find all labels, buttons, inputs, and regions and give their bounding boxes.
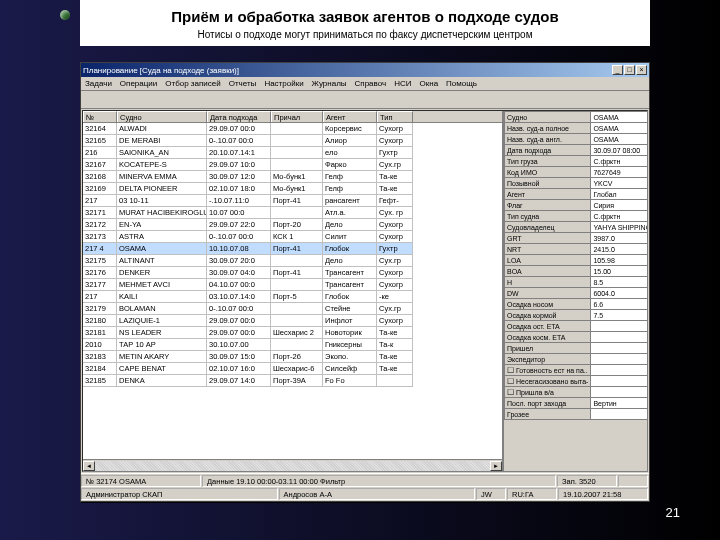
col-header-4[interactable]: Агент: [323, 111, 377, 122]
col-header-1[interactable]: Судно: [117, 111, 207, 122]
detail-row: СудноOSAMA: [505, 112, 648, 123]
cell: BOLAMAN: [117, 303, 207, 315]
detail-value[interactable]: [591, 376, 647, 387]
detail-value[interactable]: 105.98: [591, 255, 647, 266]
table-row[interactable]: 32172EN-YA29.09.07 22:0Порт-20ДелоСухогр: [83, 219, 502, 231]
maximize-button[interactable]: □: [624, 65, 635, 75]
table-row[interactable]: 32165DE MERABI0-.10.07 00:0АлиорСухогр: [83, 135, 502, 147]
tool-btn-1[interactable]: [83, 92, 101, 107]
table-row[interactable]: 32179BOLAMAN0-.10.07 00:0СтейнеСух.гр: [83, 303, 502, 315]
table-row[interactable]: 32173ASTRA0-.10.07 00:0КСК 1СилитСухогр: [83, 231, 502, 243]
detail-value[interactable]: 8.5: [591, 277, 647, 288]
tool-btn-11[interactable]: [629, 92, 647, 107]
detail-row: Назв. суд-а полноеOSAMA: [505, 123, 648, 134]
detail-value[interactable]: [591, 387, 647, 398]
tool-btn-6[interactable]: [534, 92, 552, 107]
detail-value[interactable]: [591, 321, 647, 332]
tool-btn-9[interactable]: [591, 92, 609, 107]
col-header-0[interactable]: №: [83, 111, 117, 122]
table-row[interactable]: 32167KOCATEPE-S29.09.07 10:0ФаркоСух.гр: [83, 159, 502, 171]
detail-value[interactable]: YAHYA SHIPPING: [591, 222, 647, 233]
scroll-left-icon[interactable]: ◄: [83, 461, 95, 471]
menu-6[interactable]: Справоч: [355, 79, 387, 88]
col-header-5[interactable]: Тип: [377, 111, 413, 122]
menu-9[interactable]: Помощь: [446, 79, 477, 88]
detail-value[interactable]: OSAMA: [591, 134, 647, 145]
detail-value[interactable]: [591, 409, 647, 420]
cell: 0-.10.07 00:0: [207, 135, 271, 147]
tool-btn-7[interactable]: [553, 92, 571, 107]
tool-btn-10[interactable]: [610, 92, 628, 107]
cell: Экопо.: [323, 351, 377, 363]
scroll-track[interactable]: [95, 461, 490, 471]
table-row[interactable]: 217KAILI03.10.07.14:0Порт-5Глобок-ке: [83, 291, 502, 303]
menu-8[interactable]: Окна: [419, 79, 438, 88]
table-row[interactable]: 32168MINERVA EMMA30.09.07 12:0Мо-бунк1Ге…: [83, 171, 502, 183]
menu-3[interactable]: Отчеты: [229, 79, 257, 88]
detail-value[interactable]: [591, 343, 647, 354]
detail-value[interactable]: Сирия: [591, 200, 647, 211]
detail-value[interactable]: 3987.0: [591, 233, 647, 244]
detail-value[interactable]: 7627649: [591, 167, 647, 178]
close-button[interactable]: ×: [636, 65, 647, 75]
cell: Сух.гр: [377, 303, 413, 315]
cell: ело: [323, 147, 377, 159]
details-pane: СудноOSAMAНазв. суд-а полноеOSAMAНазв. с…: [502, 111, 647, 471]
table-row[interactable]: 32185DENKA29.09.07 14:0Порт-39АFo Fo: [83, 375, 502, 387]
detail-value[interactable]: 30.09.07 08:00: [591, 145, 647, 156]
status-record: № 32174 OSAMA: [81, 475, 201, 487]
table-row[interactable]: 21703 10-11-.10.07.11:0Порт-41рансагентГ…: [83, 195, 502, 207]
table-row[interactable]: 32175ALTINANT30.09.07 20:0ДелоСух.гр: [83, 255, 502, 267]
grid[interactable]: №СудноДата подходаПричалАгентТип 32164AL…: [83, 111, 502, 471]
menu-0[interactable]: Задачи: [85, 79, 112, 88]
detail-value[interactable]: [591, 354, 647, 365]
table-row[interactable]: 32171MURAT HACIBEKIROGLU210.07 00:0Атл.а…: [83, 207, 502, 219]
detail-value[interactable]: Вертин: [591, 398, 647, 409]
grid-body[interactable]: 32164ALWADI29.09.07 00:0КорсервисСухогр3…: [83, 123, 502, 459]
col-header-2[interactable]: Дата подхода: [207, 111, 271, 122]
detail-value[interactable]: OSAMA: [591, 112, 647, 123]
tool-btn-5[interactable]: [159, 92, 177, 107]
detail-value[interactable]: 6004.0: [591, 288, 647, 299]
detail-value[interactable]: С.фрктн: [591, 156, 647, 167]
detail-value[interactable]: 7.5: [591, 310, 647, 321]
cell: KOCATEPE-S: [117, 159, 207, 171]
cell: 32183: [83, 351, 117, 363]
tool-btn-8[interactable]: [572, 92, 590, 107]
menu-2[interactable]: Отбор записей: [165, 79, 220, 88]
col-header-3[interactable]: Причал: [271, 111, 323, 122]
detail-value[interactable]: 15.00: [591, 266, 647, 277]
detail-value[interactable]: [591, 332, 647, 343]
menu-1[interactable]: Операции: [120, 79, 157, 88]
menu-4[interactable]: Настройки: [264, 79, 303, 88]
detail-value[interactable]: С.фрктн: [591, 211, 647, 222]
scroll-right-icon[interactable]: ►: [490, 461, 502, 471]
detail-value[interactable]: 6.6: [591, 299, 647, 310]
table-row[interactable]: 32169DELTA PIONEER02.10.07 18:0Мо-бунк1Г…: [83, 183, 502, 195]
h-scrollbar[interactable]: ◄ ►: [83, 459, 502, 471]
table-row[interactable]: 216SAIONIKA_AN20.10.07.14:1елоГухтр: [83, 147, 502, 159]
table-row[interactable]: 32177MEHMET AVCI04.10.07 00:0ТрансагентС…: [83, 279, 502, 291]
tool-btn-4[interactable]: [140, 92, 158, 107]
detail-row: Назв. суд-а англ.OSAMA: [505, 134, 648, 145]
menu-7[interactable]: НСИ: [394, 79, 411, 88]
table-row[interactable]: 32164ALWADI29.09.07 00:0КорсервисСухогр: [83, 123, 502, 135]
table-row[interactable]: 32176DENKER30.09.07 04:0Порт-41Трансаген…: [83, 267, 502, 279]
table-row[interactable]: 32180LAZIQUIE-129.09.07 00:0ИнфлотСухогр: [83, 315, 502, 327]
table-row[interactable]: 32184CAPE BENAT02.10.07 16:0Шесхарис-6Си…: [83, 363, 502, 375]
detail-value[interactable]: Глобал: [591, 189, 647, 200]
cell: 32181: [83, 327, 117, 339]
detail-row: Готовность ест на па..: [505, 365, 648, 376]
table-row[interactable]: 32181NS LEADER29.09.07 00:0Шесхарис 2Нов…: [83, 327, 502, 339]
detail-value[interactable]: YKCV: [591, 178, 647, 189]
detail-value[interactable]: OSAMA: [591, 123, 647, 134]
detail-value[interactable]: 2415.0: [591, 244, 647, 255]
table-row[interactable]: 32183METIN AKARY30.09.07 15:0Порт-26Экоп…: [83, 351, 502, 363]
detail-value[interactable]: [591, 365, 647, 376]
tool-btn-2[interactable]: [102, 92, 120, 107]
menu-5[interactable]: Журналы: [312, 79, 347, 88]
table-row[interactable]: 2010ТАР 10 АР30.10.07.00ГниксерныТа-к: [83, 339, 502, 351]
minimize-button[interactable]: _: [612, 65, 623, 75]
tool-btn-3[interactable]: [121, 92, 139, 107]
table-row[interactable]: 217 4OSAMA10.10.07.08Порт-41ГлобокГухтр: [83, 243, 502, 255]
